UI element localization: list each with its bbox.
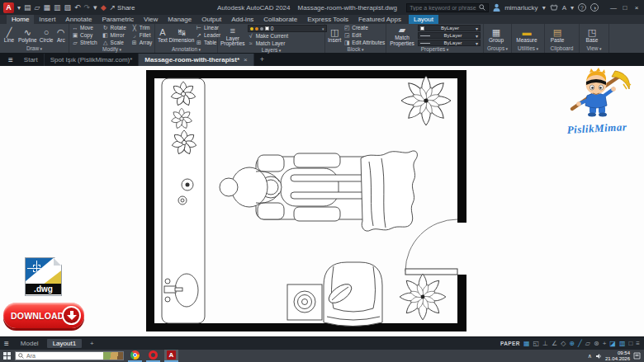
space-mode-label[interactable]: PAPER bbox=[500, 341, 520, 346]
ribbon-tab-home[interactable]: Home bbox=[7, 15, 34, 24]
open-folder-icon[interactable]: ▱ bbox=[35, 4, 40, 12]
make-current-button[interactable]: √Make Current bbox=[248, 33, 327, 40]
annotation-monitor-icon[interactable]: + bbox=[603, 341, 607, 347]
dwg-file-icon[interactable]: .dwg bbox=[25, 257, 62, 296]
app-menu-button[interactable]: A bbox=[3, 2, 14, 13]
plot-icon[interactable]: ▨ bbox=[64, 4, 71, 12]
file-tab-start[interactable]: Start bbox=[18, 54, 45, 66]
dimension-button[interactable]: ↹Dimension bbox=[170, 27, 193, 44]
hidden-icons-chevron-icon[interactable]: ∧ bbox=[588, 353, 592, 360]
panel-label-utilities[interactable]: Utilities bbox=[512, 45, 544, 53]
search-highlight-image[interactable] bbox=[103, 352, 123, 360]
drawing-canvas[interactable]: PislikMimar .dwg DOWNLOAD bbox=[0, 66, 644, 336]
taskbar-autocad[interactable]: A bbox=[164, 350, 178, 362]
stretch-button[interactable]: ▱Stretch bbox=[72, 40, 97, 46]
ribbon-tab-layout[interactable]: Layout bbox=[409, 15, 438, 24]
lotus-flower-top[interactable] bbox=[401, 76, 451, 125]
blanket[interactable] bbox=[361, 151, 417, 231]
paste-button[interactable]: ▤Paste bbox=[547, 27, 567, 44]
edit-attributes-button[interactable]: ◨Edit Attributes bbox=[343, 40, 385, 46]
armchair[interactable] bbox=[324, 262, 382, 327]
array-button[interactable]: ⊞Array bbox=[131, 40, 153, 46]
share-button[interactable]: ↗ Share bbox=[110, 4, 135, 12]
scale-button[interactable]: △Scale bbox=[102, 40, 126, 46]
keyword-search-input[interactable] bbox=[410, 5, 479, 11]
isodraft-toggle-icon[interactable]: ◇ bbox=[561, 341, 566, 347]
move-button[interactable]: ↔Move bbox=[72, 25, 97, 31]
grid-toggle-icon[interactable]: ▦ bbox=[523, 341, 530, 347]
polar-toggle-icon[interactable]: ∠ bbox=[552, 341, 557, 347]
ribbon-tab-annotate[interactable]: Annotate bbox=[60, 15, 97, 24]
graphics-performance-icon[interactable]: ▥ bbox=[619, 341, 626, 347]
panel-label-annotation[interactable]: Annotation bbox=[155, 46, 217, 53]
ribbon-tab-express-tools[interactable]: Express Tools bbox=[302, 15, 353, 24]
linear-button[interactable]: ⊢Linear bbox=[196, 25, 220, 31]
connect-icon[interactable]: ◑ bbox=[590, 3, 599, 12]
ribbon-tab-output[interactable]: Output bbox=[197, 15, 226, 24]
panel-label-block[interactable]: Block bbox=[325, 46, 386, 53]
linetype-select[interactable]: ByLayer▾ bbox=[418, 40, 481, 46]
trim-button[interactable]: ╳Trim bbox=[131, 25, 153, 31]
new-layout-button[interactable]: + bbox=[84, 339, 100, 348]
taskbar-clock[interactable]: 09:54 21.04.2026 bbox=[605, 350, 630, 361]
app-menu-caret-icon[interactable]: ▾ bbox=[17, 4, 21, 12]
floor-plan[interactable] bbox=[0, 66, 644, 336]
annotation-visibility-icon[interactable]: ▱ bbox=[585, 341, 590, 347]
windows-start-icon[interactable] bbox=[3, 352, 11, 360]
snap-toggle-icon[interactable]: ◱ bbox=[533, 341, 539, 347]
taskbar-opera[interactable] bbox=[146, 350, 160, 362]
panel-label-clipboard[interactable]: Clipboard bbox=[545, 45, 579, 53]
customization-menu-icon[interactable]: ≡ bbox=[636, 341, 640, 347]
ribbon-tab-featured-apps[interactable]: Featured Apps bbox=[353, 15, 406, 24]
download-button[interactable]: DOWNLOAD bbox=[3, 302, 84, 333]
arc-button[interactable]: ◠Arc bbox=[56, 27, 66, 44]
insert-button[interactable]: ◫Insert bbox=[328, 27, 341, 44]
taskbar-search[interactable] bbox=[15, 351, 124, 360]
panel-label-properties[interactable]: Properties bbox=[386, 46, 483, 53]
close-tab-icon[interactable]: × bbox=[244, 56, 248, 63]
door[interactable] bbox=[405, 219, 457, 275]
object-color-select[interactable]: ByLayer▾ bbox=[418, 25, 481, 31]
app-store-cart-icon[interactable] bbox=[550, 4, 558, 12]
restore-button[interactable]: □ bbox=[619, 4, 631, 12]
new-file-icon[interactable]: ▤ bbox=[24, 4, 31, 12]
undo-icon[interactable]: ↶ bbox=[74, 4, 81, 12]
measure-button[interactable]: ▬Measure bbox=[514, 27, 539, 44]
save-icon[interactable]: ▦ bbox=[43, 4, 50, 12]
osnap-toggle-icon[interactable]: ⊕ bbox=[569, 341, 575, 347]
mirror-button[interactable]: ◧Mirror bbox=[102, 32, 126, 39]
layout-menu-icon[interactable]: ≡ bbox=[4, 339, 12, 348]
model-tab[interactable]: Model bbox=[15, 339, 45, 348]
autodesk-apps-icon[interactable]: A bbox=[562, 4, 566, 12]
leader-button[interactable]: ↗Leader bbox=[196, 32, 220, 39]
pin-icon[interactable]: ◆ bbox=[101, 4, 107, 12]
ribbon-tab-manage[interactable]: Manage bbox=[163, 15, 197, 24]
pen-toggle-icon[interactable]: ╱ bbox=[578, 341, 582, 347]
close-button[interactable]: × bbox=[631, 4, 642, 12]
username[interactable]: mimarlucky bbox=[504, 4, 537, 12]
file-tabs-menu-icon[interactable]: ≡ bbox=[3, 55, 18, 64]
speaker[interactable] bbox=[287, 284, 322, 320]
layout1-tab[interactable]: Layout1 bbox=[47, 339, 82, 348]
save-as-icon[interactable]: ▥ bbox=[54, 4, 61, 12]
qat-dropdown-icon[interactable]: ▾ bbox=[93, 4, 97, 12]
user-avatar-icon[interactable] bbox=[493, 3, 500, 12]
help-icon[interactable]: ? bbox=[578, 3, 586, 12]
polyline-button[interactable]: ∿Polyline bbox=[18, 27, 37, 44]
edit-block-button[interactable]: ◲Edit bbox=[343, 32, 385, 39]
layer-select[interactable]: 0 ▾ bbox=[248, 25, 327, 32]
notification-center-icon[interactable] bbox=[633, 352, 641, 360]
fillet-button[interactable]: ◞Fillet bbox=[131, 32, 153, 39]
search-icon[interactable] bbox=[479, 4, 485, 11]
table-button[interactable]: ⊞Table bbox=[196, 40, 220, 46]
match-properties-button[interactable]: ▰Match Properties bbox=[389, 25, 415, 46]
copy-button[interactable]: ▣Copy bbox=[72, 32, 97, 39]
panel-label-modify[interactable]: Modify bbox=[69, 46, 154, 53]
lotus-flower-bottom[interactable] bbox=[400, 274, 446, 320]
ortho-toggle-icon[interactable]: ⊥ bbox=[542, 341, 548, 347]
panel-label-groups[interactable]: Groups bbox=[484, 45, 511, 53]
text-button[interactable]: AText bbox=[158, 27, 168, 44]
new-drawing-tab-button[interactable]: + bbox=[254, 55, 270, 63]
ribbon-tab-collaborate[interactable]: Collaborate bbox=[258, 15, 302, 24]
ribbon-tab-addins[interactable]: Add-ins bbox=[226, 15, 258, 24]
